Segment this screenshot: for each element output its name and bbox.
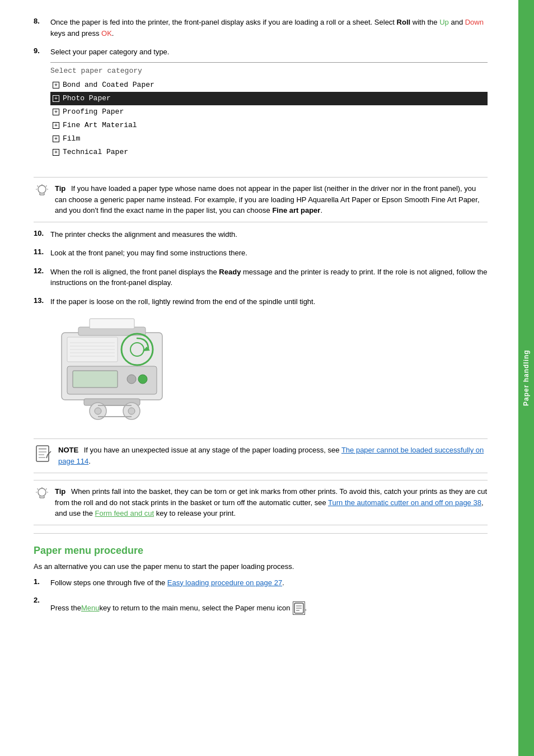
svg-rect-11: [90, 319, 134, 329]
step-11: 11. Look at the front panel; you may fin…: [34, 248, 488, 259]
step-8-key-ok: OK: [101, 29, 112, 38]
note-1-icon: [34, 445, 54, 467]
step-13-number: 13.: [34, 296, 50, 305]
step-10-number: 10.: [34, 229, 50, 237]
svg-rect-34: [39, 451, 46, 452]
step-8-key-down: Down: [465, 18, 484, 26]
svg-line-44: [38, 489, 39, 490]
tip-1-bold: Fine art paper: [272, 206, 320, 214]
plus-icon-film: +: [53, 136, 59, 142]
paper-item-technical: + Technical Paper: [50, 146, 488, 159]
section-step-2: 2. Press the Menu key to return to the m…: [34, 596, 488, 615]
section-divider: [34, 533, 488, 534]
printer-image-container: [50, 316, 488, 430]
paper-item-fineart: + Fine Art Material: [50, 119, 488, 132]
tip-1-box: Tip If you have loaded a paper type whos…: [34, 177, 488, 222]
section-step-1-content: Follow steps one through five of the Eas…: [50, 577, 488, 589]
paper-label-photo: Photo Paper: [63, 92, 111, 105]
section-step-2-number: 2.: [34, 596, 50, 604]
step-10: 10. The printer checks the alignment and…: [34, 229, 488, 240]
tip-2-content: Tip When prints fall into the basket, th…: [55, 486, 488, 519]
plus-icon-technical: +: [53, 149, 59, 156]
step-12-ready: Ready: [219, 268, 241, 276]
paper-label-technical: Technical Paper: [63, 146, 128, 158]
step-8-content: Once the paper is fed into the printer, …: [50, 17, 488, 39]
plus-icon-proofing: +: [53, 109, 59, 115]
svg-point-15: [138, 375, 147, 384]
paper-category-title: Select paper category: [50, 65, 488, 77]
lightbulb-icon: [34, 183, 50, 199]
note-1-label: NOTE: [58, 446, 78, 454]
section-step-2-before: Press the: [50, 603, 81, 614]
doc-icon: [294, 603, 304, 614]
tip-2-link2[interactable]: Form feed and cut: [95, 509, 154, 517]
tip-2-label: Tip: [55, 487, 65, 496]
paper-item-photo: + Photo Paper: [50, 92, 488, 105]
step-12: 12. When the roll is aligned, the front …: [34, 267, 488, 288]
step-9: 9. Select your paper category and type. …: [34, 46, 488, 169]
svg-point-39: [38, 488, 46, 496]
section-step-2-after: key to return to the main menu, select t…: [99, 603, 290, 614]
step-8-key-up: Up: [439, 18, 449, 26]
tip-1-content: Tip If you have loaded a paper type whos…: [55, 183, 488, 216]
step-11-number: 11.: [34, 248, 50, 256]
plus-icon-bond: +: [53, 82, 59, 88]
svg-rect-35: [39, 454, 44, 455]
note-document-icon: [34, 445, 53, 464]
tip-2-icon: [34, 486, 50, 505]
paper-item-bond: + Bond and Coated Paper: [50, 78, 488, 92]
tip-1-icon: [34, 183, 50, 202]
section-step-2-content: Press the Menu key to return to the main…: [50, 596, 488, 615]
section-step-1-number: 1.: [34, 577, 50, 586]
tip-2-link1[interactable]: Turn the automatic cutter on and off on …: [328, 498, 481, 507]
section-intro: As an alternative you can use the paper …: [34, 562, 488, 571]
step-13: 13. If the paper is loose on the roll, l…: [34, 296, 488, 307]
paper-label-film: Film: [63, 133, 80, 145]
step-12-number: 12.: [34, 267, 50, 275]
page-container: 8. Once the paper is fed into the printe…: [0, 0, 534, 756]
step-8-end: .: [112, 29, 114, 38]
step-9-content: Select your paper category and type. Sel…: [50, 46, 488, 169]
svg-line-45: [46, 489, 47, 490]
side-tab: Paper handling: [518, 0, 534, 756]
step-8-number: 8.: [34, 17, 50, 25]
svg-line-37: [48, 451, 51, 455]
section-step-1: 1. Follow steps one through five of the …: [34, 577, 488, 589]
step-12-content: When the roll is aligned, the front pane…: [50, 267, 488, 288]
paper-label-proofing: Proofing Paper: [63, 106, 124, 118]
tip-2-end: key to release your print.: [154, 509, 236, 517]
paper-category-box: Select paper category + Bond and Coated …: [50, 62, 488, 162]
paper-item-film: + Film: [50, 132, 488, 146]
step-8-keys-ok: keys and press: [50, 29, 101, 38]
svg-point-0: [38, 185, 46, 193]
tip-2-box: Tip When prints fall into the basket, th…: [34, 480, 488, 525]
step-8-with-keys: with the: [410, 18, 439, 26]
period: .: [305, 603, 307, 614]
plus-icon-fineart: +: [53, 122, 59, 129]
step-11-content: Look at the front panel; you may find so…: [50, 248, 488, 259]
paper-menu-icon: [293, 601, 305, 615]
svg-rect-33: [39, 448, 46, 450]
tip-1-end: .: [320, 206, 322, 214]
svg-rect-36: [39, 457, 45, 458]
svg-point-27: [95, 408, 101, 414]
tip-1-text-before: If you have loaded a paper type whose na…: [55, 184, 480, 214]
paper-label-fineart: Fine Art Material: [63, 119, 137, 132]
svg-line-6: [46, 186, 47, 187]
svg-line-38: [46, 455, 48, 458]
svg-line-5: [38, 186, 39, 187]
section-step-1-before: Follow steps one through five of the: [50, 578, 167, 587]
step-13-content: If the paper is loose on the roll, light…: [50, 296, 488, 307]
paper-label-bond: Bond and Coated Paper: [63, 79, 154, 91]
section-step-1-link[interactable]: Easy loading procedure on page 27: [167, 578, 282, 587]
section-step-2-menu-link[interactable]: Menu: [81, 603, 100, 614]
step-10-content: The printer checks the alignment and mea…: [50, 229, 488, 240]
step-8: 8. Once the paper is fed into the printe…: [34, 17, 488, 39]
printer-illustration: [50, 316, 174, 428]
note-1-content: NOTE If you have an unexpected issue at …: [58, 445, 488, 466]
paper-item-proofing: + Proofing Paper: [50, 105, 488, 119]
section-step-1-end: .: [282, 578, 284, 587]
section-heading: Paper menu procedure: [34, 545, 488, 557]
step-12-before: When the roll is aligned, the front pane…: [50, 268, 219, 276]
svg-point-29: [128, 408, 135, 414]
